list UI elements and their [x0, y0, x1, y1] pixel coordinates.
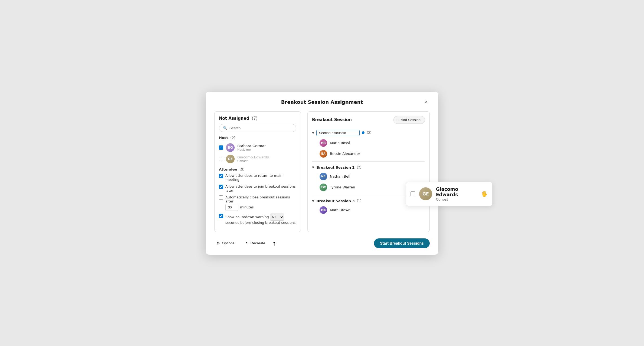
search-input[interactable] — [229, 126, 292, 130]
chevron-icon-1[interactable]: ▼ — [312, 131, 314, 135]
session-2-member-1: NB Nathan Bell — [312, 171, 425, 182]
option-row-3: Automatically close breakout sessions af… — [219, 195, 296, 211]
option-label-1: Allow attendees to return to main meetin… — [225, 174, 296, 182]
giacomo-checkbox[interactable] — [219, 157, 223, 161]
session-3-member-1: MB Marc Brown — [312, 205, 425, 215]
hover-card-info: Giacomo Edwards Cohost — [436, 187, 476, 201]
attendee-section-label: Attendee (0) — [219, 167, 296, 171]
option-content-4: Show countdown warning 60 30 seconds bef… — [225, 214, 296, 225]
hover-card-avatar: GE — [419, 187, 432, 200]
session-1-member-1: MR Maria Rossi — [312, 138, 425, 148]
giacomo-sub: Cohost — [237, 159, 296, 163]
session-1-member-2: BA Bessie Alexander — [312, 148, 425, 159]
modal-title: Breakout Session Assignment — [281, 99, 363, 105]
option-checkbox-4[interactable] — [219, 214, 223, 218]
barbara-checkbox[interactable]: ✓ — [219, 145, 223, 150]
nathan-name: Nathan Bell — [330, 174, 350, 178]
breakout-session-title: Breakout Session — [312, 117, 352, 122]
option-label-4a: Show countdown warning — [225, 215, 270, 219]
gear-icon: ⚙ — [216, 241, 220, 245]
option-label-4b: seconds before closing breakout sessions — [225, 221, 295, 225]
person-row-giacomo: GE Giacomo Edwards Cohost — [219, 153, 296, 165]
option-row-2: Allow attendees to join breakout session… — [219, 184, 296, 192]
option-label-3: Automatically close breakout sessions af… — [225, 195, 290, 203]
recreate-icon: ↻ — [245, 241, 249, 245]
hover-card-checkbox[interactable] — [410, 191, 415, 196]
modal-body: Not Assigned (7) 🔍 Host (2) ✓ BG Barbara… — [214, 111, 430, 232]
session-3-count: (1) — [357, 199, 361, 203]
option-row-4: Show countdown warning 60 30 seconds bef… — [219, 214, 296, 225]
host-section-label: Host (2) — [219, 136, 296, 140]
chevron-icon-2[interactable]: ▼ — [312, 166, 314, 169]
start-breakout-button[interactable]: Start Breakout Sessions — [374, 238, 430, 248]
hover-card-sub: Cohost — [436, 197, 476, 201]
hover-card-name: Giacomo Edwards — [436, 187, 476, 197]
minutes-label: minutes — [240, 205, 254, 209]
not-assigned-title: Not Assigned (7) — [219, 116, 296, 121]
maria-avatar: MR — [320, 139, 327, 147]
chevron-icon-3[interactable]: ▼ — [312, 199, 314, 203]
tyrone-avatar: TW — [320, 184, 327, 191]
recreate-button[interactable]: ↻ Recreate — [243, 240, 268, 247]
options-label: Options — [222, 241, 235, 245]
add-session-button[interactable]: + Add Session — [393, 116, 425, 124]
session-2-header: ▼ Breakout Session 2 (2) — [312, 164, 425, 171]
minutes-row: minutes — [225, 204, 296, 211]
session-1-header: ▼ (2) — [312, 128, 425, 138]
separator-1 — [312, 161, 425, 162]
option-checkbox-2[interactable] — [219, 185, 223, 189]
modal-footer: ⚙ Options ↻ Recreate ↑ Start Breakout Se… — [214, 237, 430, 248]
bessie-avatar: BA — [320, 150, 327, 158]
minutes-input[interactable] — [225, 204, 238, 211]
hover-cursor-icon: 🖐 — [481, 191, 488, 197]
option-content-3: Automatically close breakout sessions af… — [225, 195, 296, 211]
option-label-2: Allow attendees to join breakout session… — [225, 184, 296, 192]
attendee-section: Attendee (0) Allow attendees to return t… — [219, 167, 296, 225]
session-2-name: Breakout Session 2 — [316, 165, 354, 169]
session-1-name-input[interactable] — [316, 130, 360, 136]
search-box[interactable]: 🔍 — [219, 124, 296, 132]
giacomo-info: Giacomo Edwards Cohost — [237, 155, 296, 163]
modal-dialog: Breakout Session Assignment × Not Assign… — [206, 92, 438, 255]
person-row-barbara: ✓ BG Barbara German Host, me — [219, 142, 296, 153]
left-panel: Not Assigned (7) 🔍 Host (2) ✓ BG Barbara… — [214, 111, 301, 232]
nathan-avatar: NB — [320, 173, 327, 180]
barbara-name: Barbara German — [237, 144, 296, 148]
close-button[interactable]: × — [422, 99, 430, 106]
barbara-avatar: BG — [226, 143, 235, 152]
session-3-name: Breakout Session 3 — [316, 199, 354, 203]
right-panel-header: Breakout Session + Add Session — [312, 116, 425, 124]
session-1-count: (2) — [367, 131, 371, 135]
maria-name: Maria Rossi — [330, 141, 350, 145]
recreate-label: Recreate — [251, 241, 265, 245]
options-button[interactable]: ⚙ Options — [214, 240, 237, 247]
hover-card: GE Giacomo Edwards Cohost 🖐 — [406, 182, 492, 206]
modal-header: Breakout Session Assignment × — [214, 99, 430, 105]
marc-avatar: MB — [320, 206, 327, 214]
barbara-sub: Host, me — [237, 148, 296, 151]
barbara-info: Barbara German Host, me — [237, 144, 296, 151]
search-icon: 🔍 — [223, 126, 227, 130]
session-group-1: ▼ (2) MR Maria Rossi BA Bessie Alexander — [312, 128, 425, 159]
cursor-indicator: ↑ — [272, 241, 277, 248]
giacomo-avatar: GE — [226, 155, 235, 163]
bessie-name: Bessie Alexander — [330, 152, 360, 156]
marc-name: Marc Brown — [330, 208, 350, 212]
option-checkbox-1[interactable] — [219, 174, 223, 178]
session-2-count: (2) — [357, 165, 361, 169]
option-row-1: Allow attendees to return to main meetin… — [219, 174, 296, 182]
giacomo-name: Giacomo Edwards — [237, 155, 296, 159]
session-1-dot — [362, 131, 364, 134]
right-panel: Breakout Session + Add Session ▼ (2) MR … — [307, 111, 430, 232]
tyrone-name: Tyrone Warren — [330, 185, 355, 189]
seconds-select[interactable]: 60 30 — [270, 214, 284, 221]
footer-left: ⚙ Options ↻ Recreate ↑ — [214, 239, 277, 248]
option-checkbox-3[interactable] — [219, 195, 223, 200]
